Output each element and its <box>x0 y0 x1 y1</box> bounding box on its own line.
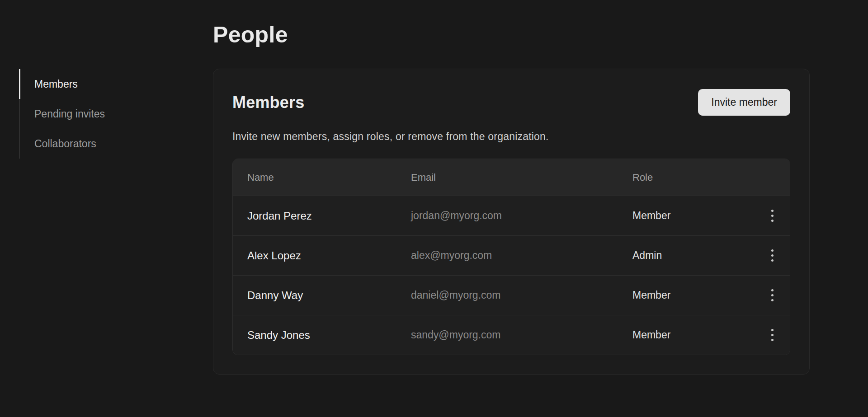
sidebar-item-label: Pending invites <box>34 108 105 120</box>
table-header-row: Name Email Role <box>233 159 790 196</box>
panel-header: Members Invite member <box>232 89 790 116</box>
row-actions-button[interactable] <box>762 246 782 266</box>
kebab-vertical-icon <box>771 249 774 252</box>
member-email: sandy@myorg.com <box>411 329 632 341</box>
members-panel: Members Invite member Invite new members… <box>213 69 810 375</box>
member-role: Member <box>632 289 755 301</box>
main-content: People Members Invite member Invite new … <box>213 0 868 417</box>
member-name: Sandy Jones <box>247 329 411 342</box>
table-row: Danny Way daniel@myorg.com Member <box>233 275 790 315</box>
sidebar-item-label: Members <box>34 78 78 90</box>
panel-heading: Members <box>232 93 304 112</box>
sidebar-item-collaborators[interactable]: Collaborators <box>19 129 213 159</box>
member-email: alex@myorg.com <box>411 249 632 262</box>
member-role: Member <box>632 210 755 222</box>
member-name: Alex Lopez <box>247 249 411 262</box>
row-actions-button[interactable] <box>762 325 782 345</box>
kebab-vertical-icon <box>771 289 774 291</box>
members-table: Name Email Role Jordan Perez jordan@myor… <box>232 159 790 355</box>
table-row: Jordan Perez jordan@myorg.com Member <box>233 196 790 235</box>
panel-description: Invite new members, assign roles, or rem… <box>232 131 790 143</box>
member-role: Member <box>632 329 755 341</box>
table-row: Alex Lopez alex@myorg.com Admin <box>233 235 790 275</box>
column-header-name: Name <box>247 172 411 183</box>
sidebar-item-pending-invites[interactable]: Pending invites <box>19 99 213 129</box>
member-email: daniel@myorg.com <box>411 289 632 301</box>
row-actions-button[interactable] <box>762 286 782 305</box>
member-email: jordan@myorg.com <box>411 210 632 222</box>
sidebar: Members Pending invites Collaborators <box>0 0 213 417</box>
sidebar-nav: Members Pending invites Collaborators <box>19 69 213 159</box>
kebab-vertical-icon <box>771 329 774 331</box>
sidebar-item-members[interactable]: Members <box>19 69 213 99</box>
page: Members Pending invites Collaborators Pe… <box>0 0 868 417</box>
member-name: Jordan Perez <box>247 210 411 222</box>
member-role: Admin <box>632 249 755 262</box>
table-row: Sandy Jones sandy@myorg.com Member <box>233 315 790 355</box>
invite-member-button[interactable]: Invite member <box>698 89 790 116</box>
column-header-email: Email <box>411 172 632 183</box>
page-title: People <box>213 23 810 47</box>
member-name: Danny Way <box>247 289 411 302</box>
kebab-vertical-icon <box>771 210 774 212</box>
row-actions-button[interactable] <box>762 206 782 226</box>
column-header-role: Role <box>632 172 755 183</box>
sidebar-item-label: Collaborators <box>34 138 96 150</box>
